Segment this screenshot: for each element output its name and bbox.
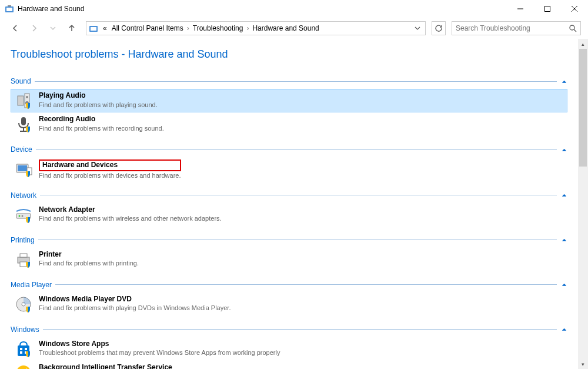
section: Printing⏶PrinterFind and fix problems wi… xyxy=(11,236,567,271)
troubleshooter-item[interactable]: Recording AudioFind and fix problems wit… xyxy=(11,112,567,136)
recent-dropdown[interactable] xyxy=(45,20,61,36)
section-header[interactable]: Windows⏶ xyxy=(11,325,567,334)
section: Device⏶Hardware and DevicesFind and fix … xyxy=(11,145,567,182)
scroll-down-button[interactable]: ▾ xyxy=(578,359,588,369)
dvd-icon xyxy=(14,295,33,314)
section-divider xyxy=(35,81,557,82)
section-header[interactable]: Printing⏶ xyxy=(11,236,567,244)
item-text: Recording AudioFind and fix problems wit… xyxy=(39,115,164,132)
svg-rect-1 xyxy=(6,8,12,11)
section-title: Sound xyxy=(11,77,35,85)
window-controls xyxy=(507,0,588,18)
chevron-right-icon: › xyxy=(245,24,250,32)
item-text: Network AdapterFind and fix problems wit… xyxy=(39,205,222,223)
troubleshooter-item[interactable]: Playing AudioFind and fix problems with … xyxy=(11,89,567,112)
collapse-caret-icon[interactable]: ⏶ xyxy=(557,237,567,243)
control-panel-icon xyxy=(5,4,14,14)
breadcrumb-item[interactable]: All Control Panel Items xyxy=(109,24,186,32)
troubleshooter-item[interactable]: PrinterFind and fix problems with printi… xyxy=(11,248,567,271)
vertical-scrollbar[interactable]: ▴ ▾ xyxy=(578,39,588,369)
svg-point-23 xyxy=(22,215,24,217)
svg-rect-32 xyxy=(20,351,22,354)
item-description: Find and fix problems with printing. xyxy=(39,259,139,267)
collapse-caret-icon[interactable]: ⏶ xyxy=(557,326,567,333)
troubleshooter-item[interactable]: Windows Store AppsTroubleshoot problems … xyxy=(11,337,567,361)
section-divider xyxy=(43,329,557,330)
breadcrumb: « All Control Panel Items › Troubleshoot… xyxy=(101,24,412,32)
section: Sound⏶Playing AudioFind and fix problems… xyxy=(11,77,567,136)
item-title: Printer xyxy=(39,250,139,260)
section-title: Printing xyxy=(11,236,38,244)
forward-button[interactable] xyxy=(26,20,42,36)
svg-point-22 xyxy=(19,215,21,217)
search-input[interactable] xyxy=(456,24,569,32)
window-title: Hardware and Sound xyxy=(18,5,507,13)
troubleshooter-item[interactable]: Network AdapterFind and fix problems wit… xyxy=(11,203,567,227)
svg-point-13 xyxy=(26,96,28,98)
section-header[interactable]: Media Player⏶ xyxy=(11,281,567,289)
troubleshooter-item[interactable]: Hardware and DevicesFind and fix problem… xyxy=(11,157,567,182)
scroll-track[interactable] xyxy=(578,49,588,359)
section-divider xyxy=(40,195,557,195)
section-title: Media Player xyxy=(11,281,55,289)
section-title: Windows xyxy=(11,325,43,334)
item-text: Hardware and DevicesFind and fix problem… xyxy=(39,159,181,179)
collapse-caret-icon[interactable]: ⏶ xyxy=(557,147,567,153)
item-text: Background Intelligent Transfer Service xyxy=(39,363,172,369)
item-description: Find and fix problems with devices and h… xyxy=(39,171,181,179)
item-title: Playing Audio xyxy=(39,91,158,101)
item-title: Hardware and Devices xyxy=(39,159,181,171)
svg-line-10 xyxy=(574,29,576,32)
troubleshooter-item[interactable]: Windows Media Player DVDFind and fix pro… xyxy=(11,292,567,316)
section-divider xyxy=(38,240,557,240)
svg-point-9 xyxy=(570,25,574,30)
speaker-icon xyxy=(14,91,33,110)
page-title: Troubleshoot problems - Hardware and Sou… xyxy=(11,48,567,61)
titlebar: Hardware and Sound xyxy=(0,0,588,18)
item-title: Network Adapter xyxy=(39,205,222,215)
section: Network⏶Network AdapterFind and fix prob… xyxy=(11,191,567,227)
scroll-up-button[interactable]: ▴ xyxy=(578,39,588,49)
section-header[interactable]: Network⏶ xyxy=(11,191,567,200)
svg-rect-2 xyxy=(8,5,11,6)
content-area: Troubleshoot problems - Hardware and Sou… xyxy=(0,39,578,369)
item-text: Windows Store AppsTroubleshoot problems … xyxy=(39,340,280,357)
item-title: Windows Store Apps xyxy=(39,340,280,349)
refresh-button[interactable] xyxy=(432,21,446,35)
svg-rect-11 xyxy=(18,96,24,105)
minimize-button[interactable] xyxy=(507,0,534,18)
close-button[interactable] xyxy=(561,0,588,18)
search-icon[interactable] xyxy=(569,24,577,32)
scroll-thumb[interactable] xyxy=(579,49,587,167)
svg-rect-31 xyxy=(25,348,27,350)
section-divider xyxy=(55,284,557,285)
item-description: Find and fix problems with playing DVDs … xyxy=(39,304,230,312)
svg-rect-4 xyxy=(545,6,550,12)
breadcrumb-item[interactable]: Hardware and Sound xyxy=(250,24,321,32)
maximize-button[interactable] xyxy=(534,0,561,18)
item-text: Windows Media Player DVDFind and fix pro… xyxy=(39,295,230,313)
section-header[interactable]: Sound⏶ xyxy=(11,77,567,85)
breadcrumb-pre[interactable]: « xyxy=(101,24,109,32)
collapse-caret-icon[interactable]: ⏶ xyxy=(557,281,567,288)
address-dropdown[interactable] xyxy=(412,25,423,31)
section-title: Device xyxy=(11,145,36,154)
collapse-caret-icon[interactable]: ⏶ xyxy=(557,192,567,198)
back-button[interactable] xyxy=(7,20,24,36)
item-title: Windows Media Player DVD xyxy=(39,295,230,304)
address-bar[interactable]: « All Control Panel Items › Troubleshoot… xyxy=(86,21,426,35)
item-description: Troubleshoot problems that may prevent W… xyxy=(39,348,280,357)
item-description: Find and fix problems with recording sou… xyxy=(39,124,164,132)
item-description: Find and fix problems with playing sound… xyxy=(39,101,158,109)
printer-icon xyxy=(14,250,33,269)
breadcrumb-item[interactable]: Troubleshooting xyxy=(191,24,246,32)
up-button[interactable] xyxy=(64,20,80,36)
navbar: « All Control Panel Items › Troubleshoot… xyxy=(0,18,588,39)
item-text: Playing AudioFind and fix problems with … xyxy=(39,91,158,109)
section-divider xyxy=(36,149,557,150)
search-box[interactable] xyxy=(452,21,581,35)
svg-rect-25 xyxy=(20,254,27,257)
troubleshooter-item[interactable]: Background Intelligent Transfer Service xyxy=(11,361,567,369)
collapse-caret-icon[interactable]: ⏶ xyxy=(557,78,567,85)
section-header[interactable]: Device⏶ xyxy=(11,145,567,154)
